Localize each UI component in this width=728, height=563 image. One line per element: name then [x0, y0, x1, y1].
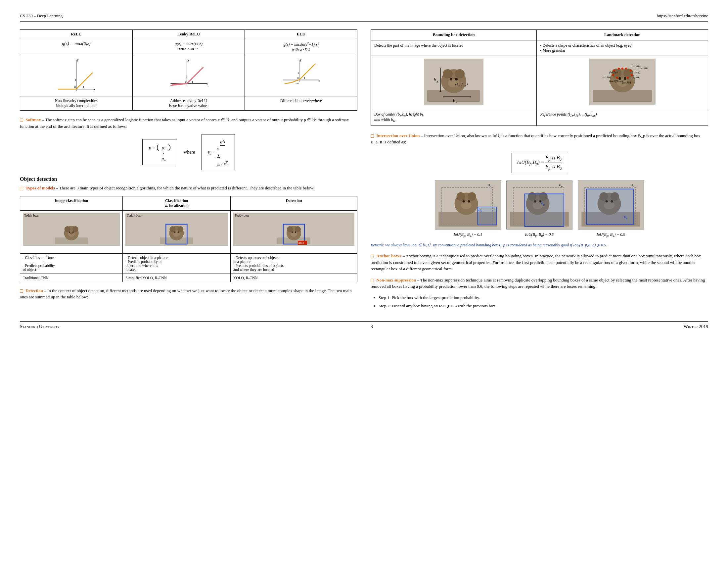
svg-text:Ba: Ba [559, 183, 563, 188]
svg-text:b: b [453, 98, 455, 103]
softmax-formula: p = ( p₁ ⋮ pn ) where pi = exi [20, 134, 357, 170]
detection-section: Detection – In the context of object det… [20, 288, 357, 301]
svg-point-51 [455, 69, 465, 78]
anchor-boxes-section: Anchor boxes – Anchor boxing is a techni… [371, 253, 708, 272]
svg-point-102 [468, 200, 470, 202]
types-label: Types of models [25, 185, 55, 190]
svg-text:y: y [77, 58, 79, 62]
types-table: Image classification Classificationw. lo… [20, 196, 357, 282]
types-model-2: Simplified YOLO, R-CNN [123, 273, 231, 282]
svg-text:1: 1 [75, 78, 76, 82]
svg-text:Ba: Ba [630, 183, 634, 188]
bb-table: Bounding box detection Landmark detectio… [371, 29, 708, 126]
iou-section: Intersection over Union – Intersection o… [371, 132, 708, 145]
detection-label: Detection [25, 288, 43, 293]
svg-text:(l₇ₓ,l₇y): (l₇ₓ,l₇y) [632, 71, 640, 74]
elu-graph: x y 0 1 1 −α [245, 54, 357, 96]
bear-img-1: Teddy bear [20, 210, 123, 253]
svg-text:y: y [465, 84, 466, 87]
col-elu: ELU [245, 30, 357, 39]
iou-label-09: IoU(Bp, Ba) = 0.9 [578, 232, 644, 237]
svg-text:0: 0 [297, 76, 299, 80]
bb-formula1: Box of center (bx,by), height bhand widt… [371, 109, 537, 126]
non-max-step2: Step 2: Discard any box having an IoU ⩾ … [379, 303, 708, 309]
svg-text:1: 1 [298, 71, 299, 74]
svg-point-29 [70, 232, 73, 234]
right-column: Bounding box detection Landmark detectio… [371, 29, 708, 311]
svg-point-44 [295, 231, 296, 233]
iou-label-05: IoU(Bp, Ba) = 0.5 [506, 232, 572, 237]
svg-point-25 [72, 226, 78, 232]
svg-text:0: 0 [185, 80, 187, 83]
page-header: CS 230 – Deep Learning https://stanford.… [20, 13, 708, 22]
svg-point-85 [627, 77, 629, 79]
iou-formula: IoU(Bp,Ba) = Bp ∩ Ba Bp ∪ Ba [512, 153, 568, 173]
svg-text:y: y [300, 58, 301, 62]
types-desc-2: - Detects object in a picture- Predicts … [123, 253, 231, 273]
svg-text:h: h [436, 80, 438, 83]
non-max-icon [371, 279, 374, 282]
types-section: Types of models – There are 3 main types… [20, 185, 357, 191]
anchor-label: Anchor boxes [376, 253, 401, 258]
footer-center: 3 [371, 324, 373, 330]
col-leaky: Leaky ReLU [132, 30, 245, 39]
softmax-section: Softmax – The softmax step can be seen a… [20, 117, 357, 129]
svg-text:x: x [94, 87, 95, 91]
iou-remark-text: Remark: we always have IoU ∈ [0,1]. By c… [371, 243, 607, 247]
svg-point-27 [69, 231, 70, 233]
svg-point-98 [456, 192, 465, 201]
svg-point-53 [450, 78, 452, 80]
svg-point-28 [72, 231, 74, 233]
bb-desc2: - Detects a shape or characteristics of … [537, 40, 708, 56]
svg-point-84 [616, 77, 618, 79]
svg-text:0: 0 [74, 85, 76, 89]
softmax-p-vector: p = ( p₁ ⋮ pn ) [142, 139, 177, 165]
svg-point-34 [173, 231, 180, 237]
bb-desc1: Detects the part of the image where the … [371, 40, 537, 56]
svg-text:x: x [318, 78, 320, 82]
svg-point-82 [612, 74, 614, 76]
types-desc-3: - Detects up to several objectsin a pict… [231, 253, 357, 273]
bb-col2: Landmark detection [537, 30, 708, 40]
svg-point-40 [287, 226, 293, 232]
bear-img-2: Teddy bear [123, 210, 231, 253]
where-text: where [184, 150, 195, 155]
svg-point-24 [65, 226, 70, 232]
svg-text:(l₁ₓ,l₁y): (l₁ₓ,l₁y) [632, 64, 640, 67]
types-text: – There are 3 main types of object recog… [56, 185, 314, 190]
softmax-text: – The softmax step can be seen as a gene… [20, 117, 349, 129]
non-max-step1: Step 1: Pick the box with the largest pr… [379, 295, 708, 301]
iou-img-09: Ba Bp IoU(Bp, Ba) = 0.9 [578, 180, 644, 237]
svg-text:1: 1 [185, 75, 187, 78]
activation-table: ReLU Leaky ReLU ELU g(z) = max(0,z) g(z)… [20, 29, 357, 111]
iou-img-05: Ba Bp IoU(Bp, Ba) = 0.5 [506, 180, 572, 237]
anchor-icon [371, 255, 374, 258]
svg-text:x: x [206, 82, 208, 86]
svg-point-78 [618, 68, 620, 70]
svg-text:w: w [456, 100, 458, 104]
svg-rect-115 [525, 194, 564, 226]
leaky-desc: Addresses dying ReLUissue for negative v… [132, 96, 245, 111]
detection-icon [20, 290, 23, 293]
svg-point-79 [621, 68, 623, 70]
svg-text:y: y [188, 58, 189, 62]
non-max-text: – The non-max suppression technique aims… [371, 277, 705, 289]
header-left: CS 230 – Deep Learning [20, 13, 63, 19]
svg-text:(l₅ₓ,l₅y): (l₅ₓ,l₅y) [603, 75, 611, 78]
detection-text: – In the context of object detection, di… [20, 288, 352, 300]
col-relu: ReLU [20, 30, 133, 39]
softmax-pi-formula: pi = exi n Σ j=1 exj [202, 134, 235, 170]
svg-text:): ) [467, 82, 468, 86]
relu-formula: g(z) = max(0,z) [20, 39, 133, 54]
bb-formula2: Reference points (l1x,l1y), ...(lnx,lny) [537, 109, 708, 126]
svg-point-42 [291, 231, 297, 237]
left-column: ReLU Leaky ReLU ELU g(z) = max(0,z) g(z)… [20, 29, 357, 311]
elu-desc: Differentiable everywhere [245, 96, 357, 111]
svg-point-50 [443, 69, 453, 78]
non-max-section: Non-max suppression – The non-max suppre… [371, 277, 708, 290]
object-detection-title: Object detection [20, 176, 357, 182]
types-icon [20, 187, 23, 190]
elu-formula: g(z) = max(α(ez−1),z)with α ≪ 1 [245, 39, 357, 54]
anchor-text: – Anchor boxing is a technique used to p… [371, 253, 701, 271]
bear-img-3: Teddy bear [231, 210, 357, 253]
